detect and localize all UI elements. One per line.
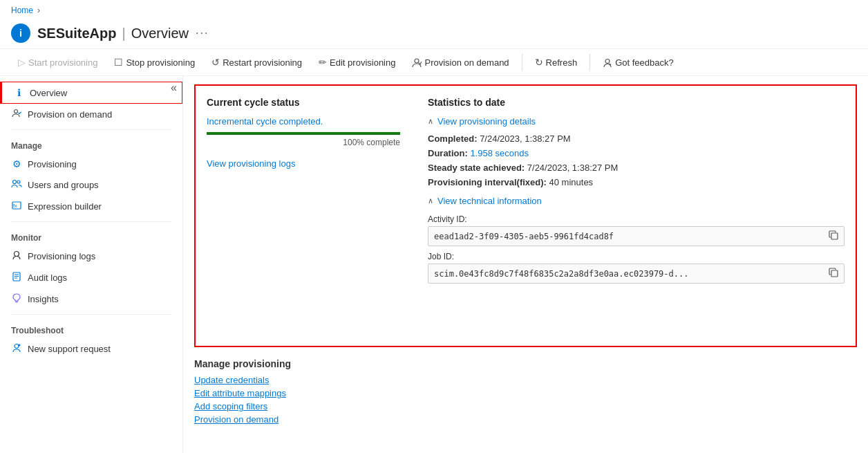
stat-interval-value: 40 minutes <box>549 177 594 187</box>
command-bar: ▷ Start provisioning ☐ Stop provisioning… <box>0 49 868 76</box>
edit-icon: ✏ <box>319 57 327 68</box>
sidebar-label-users-groups: Users and groups <box>28 180 99 190</box>
info-icon: ℹ <box>13 87 24 98</box>
restart-provisioning-button[interactable]: ↺ Restart provisioning <box>205 53 309 71</box>
manage-provisioning-section: Manage provisioning Update credentials E… <box>194 358 857 425</box>
sidebar-item-overview[interactable]: ℹ Overview <box>0 82 182 104</box>
sidebar-item-users-groups[interactable]: Users and groups <box>0 174 182 196</box>
sidebar-item-support-request[interactable]: New support request <box>0 338 182 360</box>
sidebar-item-provision-on-demand[interactable]: Provision on demand <box>0 104 182 125</box>
sidebar-section-manage: Manage <box>0 134 182 154</box>
job-id-box: scim.0e43fc8d9c7f48f6835c2a2a8df3e0aa.ec… <box>428 264 845 284</box>
start-icon: ▷ <box>18 57 26 68</box>
cmd-divider <box>522 54 522 71</box>
job-id-label: Job ID: <box>428 252 845 261</box>
sidebar-item-expression-builder[interactable]: fx Expression builder <box>0 196 182 217</box>
stop-icon: ☐ <box>114 57 123 68</box>
id-section: Activity ID: eead1ad2-3f09-4305-aeb5-996… <box>428 214 845 284</box>
copy-activity-id-button[interactable] <box>829 230 838 242</box>
svg-rect-17 <box>831 270 838 277</box>
cycle-status-text: Incremental cycle completed. <box>207 116 400 127</box>
chevron-tech-icon: ∧ <box>428 196 433 205</box>
svg-point-4 <box>17 181 20 183</box>
stat-completed: Completed: 7/24/2023, 1:38:27 PM <box>428 133 845 144</box>
expression-builder-icon: fx <box>11 201 22 212</box>
stat-interval: Provisioning interval(fixed): 40 minutes <box>428 177 845 187</box>
svg-text:fx: fx <box>13 203 17 208</box>
view-provisioning-logs-link[interactable]: View provisioning logs <box>207 158 295 169</box>
main-layout: « ℹ Overview Provision on demand Manage … <box>0 76 868 453</box>
refresh-button[interactable]: ↻ Refresh <box>528 53 585 71</box>
insights-icon <box>11 293 22 305</box>
stat-steady-state: Steady state achieved: 7/24/2023, 1:38:2… <box>428 163 845 173</box>
refresh-icon: ↻ <box>535 57 543 68</box>
sidebar-item-audit-logs[interactable]: Audit logs <box>0 267 182 288</box>
chevron-icon: ∧ <box>428 117 433 126</box>
cmd-divider2 <box>589 54 590 71</box>
stop-provisioning-button[interactable]: ☐ Stop provisioning <box>107 53 202 71</box>
sidebar-section-monitor: Monitor <box>0 226 182 246</box>
activity-id-value: eead1ad2-3f09-4305-aeb5-9961fd4cad8f <box>434 232 614 241</box>
svg-point-1 <box>605 59 610 64</box>
sidebar-section-troubleshoot: Troubleshoot <box>0 319 182 338</box>
feedback-icon <box>603 57 612 68</box>
provision-on-demand-icon <box>11 109 22 120</box>
page-title: Overview <box>131 26 189 41</box>
edit-attribute-mappings-link[interactable]: Edit attribute mappings <box>194 388 857 398</box>
current-cycle-title: Current cycle status <box>207 97 400 108</box>
page-header: i SESuiteApp | Overview ··· <box>0 21 868 49</box>
stat-duration-value[interactable]: 1.958 seconds <box>470 148 529 158</box>
sidebar-divider-3 <box>11 314 171 315</box>
sidebar-item-provisioning[interactable]: ⚙ Provisioning <box>0 154 182 174</box>
svg-point-3 <box>13 181 17 184</box>
sidebar-label-expression: Expression builder <box>28 201 102 212</box>
sidebar-label-prov-logs: Provisioning logs <box>28 251 95 261</box>
stat-duration-label: Duration: <box>428 148 470 158</box>
svg-point-15 <box>19 344 21 346</box>
provisioning-logs-icon <box>11 250 22 262</box>
view-technical-info-toggle[interactable]: ∧ View technical information <box>428 196 845 206</box>
got-feedback-button[interactable]: Got feedback? <box>596 53 681 71</box>
sidebar-item-provisioning-logs[interactable]: Provisioning logs <box>0 246 182 267</box>
start-provisioning-button[interactable]: ▷ Start provisioning <box>11 53 104 71</box>
view-provisioning-details-toggle[interactable]: ∧ View provisioning details <box>428 116 845 127</box>
job-id-value: scim.0e43fc8d9c7f48f6835c2a2a8df3e0aa.ec… <box>434 269 688 279</box>
overview-panel: Current cycle status Incremental cycle c… <box>194 84 857 347</box>
svg-point-2 <box>15 110 18 113</box>
edit-provisioning-button[interactable]: ✏ Edit provisioning <box>312 53 402 71</box>
sidebar-divider-1 <box>11 129 171 130</box>
stat-completed-value: 7/24/2023, 1:38:27 PM <box>480 133 571 144</box>
stat-interval-label: Provisioning interval(fixed): <box>428 177 549 187</box>
copy-job-id-button[interactable] <box>829 268 838 279</box>
update-credentials-link[interactable]: Update credentials <box>194 375 857 385</box>
statistics-title: Statistics to date <box>428 97 845 108</box>
sidebar-label-insights: Insights <box>28 294 59 304</box>
breadcrumb-home[interactable]: Home <box>11 6 33 15</box>
svg-rect-16 <box>831 233 838 239</box>
provisioning-icon: ⚙ <box>11 158 22 169</box>
provision-on-demand-link[interactable]: Provision on demand <box>194 414 857 425</box>
activity-id-box: eead1ad2-3f09-4305-aeb5-9961fd4cad8f <box>428 226 845 246</box>
header-separator: | <box>122 26 125 41</box>
statistics-section: Statistics to date ∧ View provisioning d… <box>428 97 845 335</box>
breadcrumb: Home › <box>0 0 868 21</box>
svg-point-7 <box>15 252 19 257</box>
app-icon: i <box>11 24 30 43</box>
stat-steady-label: Steady state achieved: <box>428 163 527 173</box>
sidebar-item-insights[interactable]: Insights <box>0 288 182 310</box>
provision-on-demand-button[interactable]: Provision on demand <box>405 53 516 71</box>
activity-id-label: Activity ID: <box>428 214 845 224</box>
sidebar-label-provisioning: Provisioning <box>28 159 77 169</box>
stat-steady-value: 7/24/2023, 1:38:27 PM <box>527 163 619 173</box>
add-scoping-filters-link[interactable]: Add scoping filters <box>194 401 857 412</box>
svg-point-14 <box>15 344 19 349</box>
breadcrumb-separator: › <box>37 6 40 15</box>
provision-icon <box>412 57 422 68</box>
progress-bar-fill <box>207 132 400 135</box>
more-options[interactable]: ··· <box>196 27 209 39</box>
progress-bar-container <box>207 132 400 135</box>
manage-title: Manage provisioning <box>194 358 857 369</box>
app-name: SESuiteApp <box>37 26 116 41</box>
users-groups-icon <box>11 179 22 191</box>
collapse-sidebar-button[interactable]: « <box>171 82 177 94</box>
